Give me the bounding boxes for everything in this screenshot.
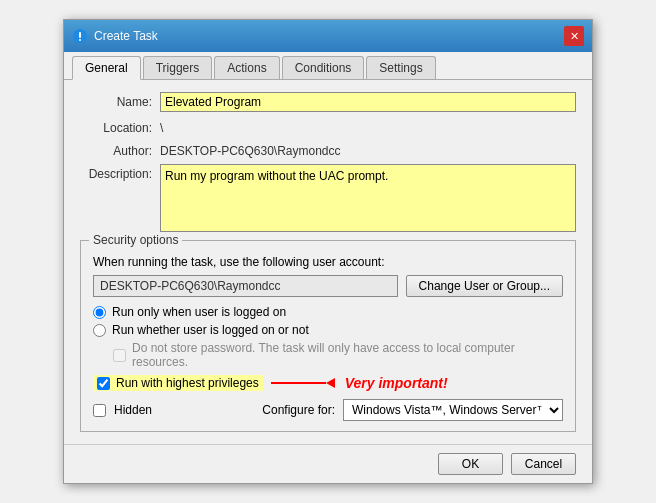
security-legend: Security options	[89, 233, 182, 247]
description-row: Description: Run my program without the …	[80, 164, 576, 232]
cancel-button[interactable]: Cancel	[511, 453, 576, 475]
radio-whether-row: Run whether user is logged on or not	[93, 323, 563, 337]
svg-rect-1	[79, 32, 81, 38]
create-task-dialog: Create Task ✕ General Triggers Actions C…	[63, 19, 593, 484]
radio-logged-on-label: Run only when user is logged on	[112, 305, 286, 319]
description-label: Description:	[80, 164, 160, 181]
title-bar-left: Create Task	[72, 28, 158, 44]
radio-logged-on-row: Run only when user is logged on	[93, 305, 563, 319]
run-highest-checkbox[interactable]	[97, 377, 110, 390]
author-value: DESKTOP-PC6Q630\Raymondcc	[160, 141, 576, 158]
description-input[interactable]: Run my program without the UAC prompt.	[160, 164, 576, 232]
name-input[interactable]	[160, 92, 576, 112]
location-value: \	[160, 118, 576, 135]
tab-actions[interactable]: Actions	[214, 56, 279, 79]
location-label: Location:	[80, 118, 160, 135]
arrow-body	[271, 382, 326, 384]
configure-select[interactable]: Windows Vista™, Windows Server™ 2008	[343, 399, 563, 421]
bottom-row: Hidden Configure for: Windows Vista™, Wi…	[93, 399, 563, 421]
close-button[interactable]: ✕	[564, 26, 584, 46]
no-password-label: Do not store password. The task will onl…	[132, 341, 563, 369]
radio-whether-label: Run whether user is logged on or not	[112, 323, 309, 337]
configure-label: Configure for:	[262, 403, 335, 417]
user-account-input[interactable]	[93, 275, 398, 297]
tab-triggers[interactable]: Triggers	[143, 56, 213, 79]
ok-button[interactable]: OK	[438, 453, 503, 475]
user-account-row: Change User or Group...	[93, 275, 563, 297]
dialog-title: Create Task	[94, 29, 158, 43]
hidden-label: Hidden	[114, 403, 152, 417]
tab-content: Name: Location: \ Author: DESKTOP-PC6Q63…	[64, 80, 592, 444]
tab-general[interactable]: General	[72, 56, 141, 80]
run-highest-container: Run with highest privileges Very importa…	[93, 375, 563, 391]
arrow-head	[326, 378, 335, 388]
run-highest-label: Run with highest privileges	[116, 376, 259, 390]
dialog-footer: OK Cancel	[64, 444, 592, 483]
no-password-checkbox	[113, 349, 126, 362]
annotation-text: Very important!	[345, 375, 448, 391]
title-bar: Create Task ✕	[64, 20, 592, 52]
location-row: Location: \	[80, 118, 576, 135]
tab-settings[interactable]: Settings	[366, 56, 435, 79]
radio-logged-on[interactable]	[93, 306, 106, 319]
arrow-annotation: Very important!	[271, 375, 448, 391]
red-arrow	[271, 378, 335, 388]
author-row: Author: DESKTOP-PC6Q630\Raymondcc	[80, 141, 576, 158]
name-label: Name:	[80, 92, 160, 109]
change-user-button[interactable]: Change User or Group...	[406, 275, 563, 297]
run-highest-highlight: Run with highest privileges	[93, 375, 263, 391]
svg-rect-2	[79, 39, 81, 41]
hidden-checkbox[interactable]	[93, 404, 106, 417]
no-password-row: Do not store password. The task will onl…	[113, 341, 563, 369]
radio-whether[interactable]	[93, 324, 106, 337]
tab-bar: General Triggers Actions Conditions Sett…	[64, 52, 592, 80]
name-row: Name:	[80, 92, 576, 112]
dialog-icon	[72, 28, 88, 44]
tab-conditions[interactable]: Conditions	[282, 56, 365, 79]
author-label: Author:	[80, 141, 160, 158]
user-account-label: When running the task, use the following…	[93, 255, 563, 269]
security-group: Security options When running the task, …	[80, 240, 576, 432]
